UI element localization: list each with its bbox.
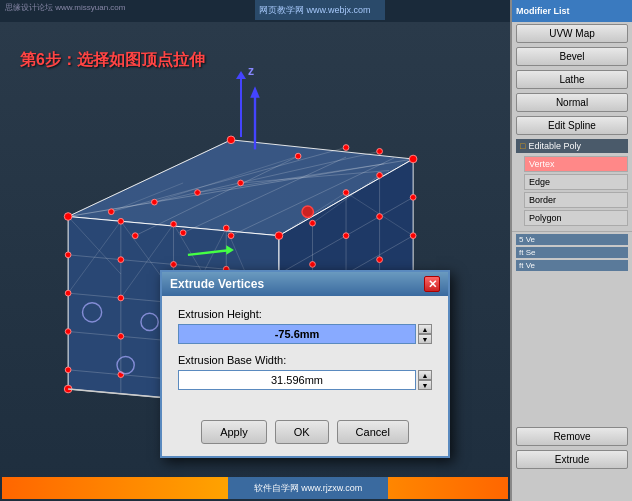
height-label: Extrusion Height:: [178, 308, 432, 320]
side-label-3: ft Ve: [516, 260, 628, 271]
uvwmap-button[interactable]: UVW Map: [516, 24, 628, 43]
svg-point-82: [310, 220, 316, 226]
svg-point-87: [377, 214, 383, 220]
svg-point-91: [377, 257, 383, 263]
svg-point-45: [275, 232, 283, 240]
svg-point-60: [343, 145, 349, 151]
svg-point-42: [64, 213, 72, 221]
height-spin-up[interactable]: ▲: [418, 324, 432, 334]
svg-point-68: [118, 333, 124, 339]
lathe-button[interactable]: Lathe: [516, 70, 628, 89]
svg-point-57: [195, 190, 201, 196]
svg-point-55: [108, 209, 114, 215]
svg-point-54: [228, 233, 234, 239]
bottom-logo2: 软件自学网 www.rjzxw.com: [228, 477, 388, 499]
svg-point-65: [65, 367, 71, 373]
svg-point-58: [238, 180, 244, 186]
subobj-vertex[interactable]: Vertex: [524, 156, 628, 172]
width-spin-down[interactable]: ▼: [418, 380, 432, 390]
svg-point-92: [410, 233, 416, 239]
svg-point-70: [171, 262, 177, 268]
svg-point-83: [343, 190, 349, 196]
watermark-right-text: 网页教学网 www.webjx.com: [259, 4, 371, 17]
ok-button[interactable]: OK: [275, 420, 329, 444]
svg-point-50: [171, 221, 177, 227]
svg-point-56: [152, 199, 158, 205]
svg-point-109: [302, 206, 314, 218]
remove-button[interactable]: Remove: [516, 427, 628, 446]
dialog-buttons: Apply OK Cancel: [162, 412, 448, 456]
editspline-button[interactable]: Edit Spline: [516, 116, 628, 135]
svg-point-53: [180, 230, 186, 236]
svg-point-66: [118, 257, 124, 263]
svg-point-67: [118, 295, 124, 301]
width-label: Extrusion Base Width:: [178, 354, 432, 366]
width-input[interactable]: [178, 370, 416, 390]
logo-left: 思缘设计论坛 www.missyuan.com: [5, 2, 125, 13]
subobj-edge[interactable]: Edge: [524, 174, 628, 190]
height-spinner: ▲ ▼: [418, 324, 432, 344]
svg-point-86: [343, 233, 349, 239]
bottom-logo2-text: 软件自学网 www.rjzxw.com: [254, 482, 363, 495]
width-spin-up[interactable]: ▲: [418, 370, 432, 380]
dialog-close-button[interactable]: ✕: [424, 276, 440, 292]
editable-poly-header: □ Editable Poly: [516, 139, 628, 153]
extrude-button[interactable]: Extrude: [516, 450, 628, 469]
subobj-border[interactable]: Border: [524, 192, 628, 208]
svg-point-44: [409, 155, 417, 163]
watermark-right: 网页教学网 www.webjx.com: [255, 0, 385, 20]
dialog-titlebar: Extrude Vertices ✕: [162, 272, 448, 296]
editable-poly-label: Editable Poly: [528, 141, 581, 151]
width-input-row: ▲ ▼: [178, 370, 432, 390]
right-panel-header: Modifier List: [512, 0, 632, 22]
normal-button[interactable]: Normal: [516, 93, 628, 112]
side-label-1: 5 Ve: [516, 234, 628, 245]
svg-point-88: [410, 194, 416, 200]
height-spin-down[interactable]: ▼: [418, 334, 432, 344]
svg-point-63: [65, 290, 71, 296]
svg-point-62: [65, 252, 71, 258]
svg-point-52: [132, 233, 138, 239]
svg-point-59: [295, 153, 301, 159]
extrude-vertices-dialog: Extrude Vertices ✕ Extrusion Height: ▲ ▼…: [160, 270, 450, 458]
height-input[interactable]: [178, 324, 416, 344]
side-label-2: ft Se: [516, 247, 628, 258]
svg-point-51: [223, 225, 229, 231]
svg-point-49: [118, 218, 124, 224]
right-panel-title: Modifier List: [516, 6, 570, 16]
svg-marker-111: [250, 86, 260, 98]
apply-button[interactable]: Apply: [201, 420, 267, 444]
svg-point-61: [377, 148, 383, 154]
height-input-row: ▲ ▼: [178, 324, 432, 344]
svg-point-64: [65, 329, 71, 335]
svg-point-43: [227, 136, 235, 144]
subobj-polygon[interactable]: Polygon: [524, 210, 628, 226]
svg-point-85: [310, 262, 316, 268]
cancel-button[interactable]: Cancel: [337, 420, 409, 444]
right-panel: Modifier List UVW Map Bevel Lathe Normal…: [510, 0, 632, 501]
bevel-button[interactable]: Bevel: [516, 47, 628, 66]
dialog-title: Extrude Vertices: [170, 277, 264, 291]
width-spinner: ▲ ▼: [418, 370, 432, 390]
dialog-body: Extrusion Height: ▲ ▼ Extrusion Base Wid…: [162, 296, 448, 412]
svg-point-84: [377, 172, 383, 178]
